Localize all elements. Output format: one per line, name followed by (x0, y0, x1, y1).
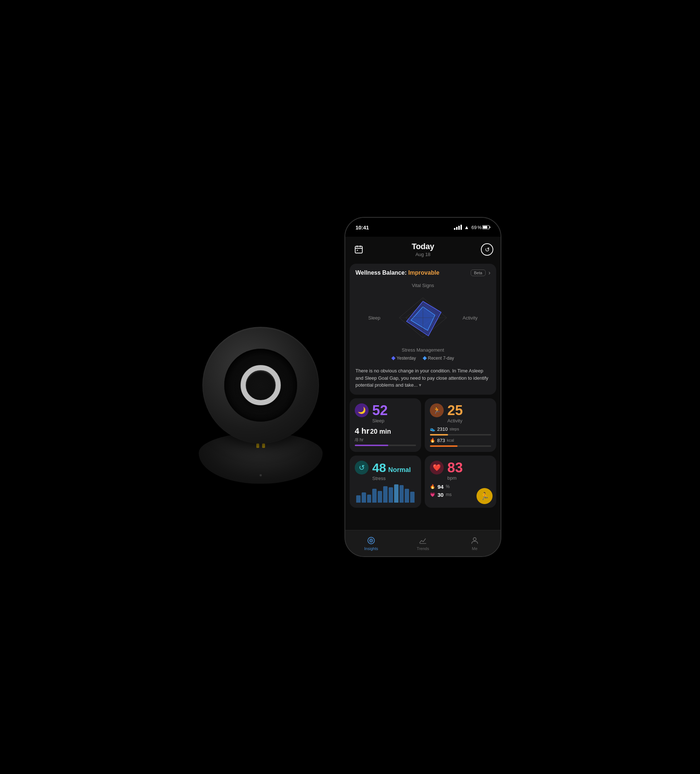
bar-3 (367, 495, 371, 503)
activity-card[interactable]: 🏃 25 Activity 👟 2310 steps (425, 398, 496, 452)
sleep-score: 52 (372, 404, 388, 417)
trends-icon (419, 536, 427, 545)
wellness-expand-icon[interactable]: ▾ (419, 382, 421, 388)
refresh-icon: ↺ (481, 243, 493, 256)
sleep-card[interactable]: 🌙 52 Sleep 4 hr 20 min /8 hr (350, 398, 421, 452)
bar-1 (356, 495, 361, 503)
smart-ring (241, 365, 281, 405)
page-title: Today (412, 242, 434, 251)
insights-icon (367, 536, 375, 545)
legend-7day: Recent 7-day (423, 356, 454, 361)
wifi-icon: ▲ (464, 224, 469, 230)
tab-trends[interactable]: Trends (397, 536, 449, 551)
tab-me[interactable]: Me (449, 536, 500, 551)
stress-card-top: ↺ 48 Normal Stress (355, 461, 416, 481)
kcal-row: 🔥 873 kcal (430, 438, 491, 443)
pin-1 (256, 443, 259, 448)
hrv-unit: ms (446, 492, 452, 497)
steps-icon: 👟 (430, 427, 435, 432)
radar-chart: Vital Signs Sleep (355, 280, 490, 364)
bar-5 (378, 491, 382, 503)
bar-4 (372, 489, 376, 503)
radar-legend: Yesterday Recent 7-day (392, 356, 454, 361)
legend-7day-label: Recent 7-day (428, 356, 454, 361)
steps-progress-fill (430, 434, 448, 435)
sleep-label: Sleep (372, 418, 388, 423)
wellness-description[interactable]: There is no obvious change in your condi… (355, 367, 490, 389)
heart-icon: ❤️ (430, 461, 444, 475)
battery-shape (482, 225, 490, 230)
tab-bar: Insights Trends Me (345, 530, 500, 556)
stress-number: 48 (372, 461, 386, 475)
charger-pins (256, 443, 265, 448)
sleep-goal: /8 hr (355, 437, 416, 442)
sleep-card-top: 🌙 52 Sleep (355, 404, 416, 423)
legend-yesterday-icon (391, 356, 395, 360)
tab-trends-label: Trends (417, 546, 429, 551)
status-time: 10:41 (355, 224, 369, 230)
stress-label: Stress (372, 476, 386, 481)
pin-2 (262, 443, 265, 448)
spo2-icon: 🔥 (430, 484, 435, 489)
sleep-hours: 4 hr (355, 427, 369, 436)
svg-rect-7 (357, 250, 358, 251)
radar-label-sleep: Sleep (368, 315, 380, 321)
beta-badge: Beta (471, 270, 485, 276)
legend-7day-icon (423, 356, 427, 360)
legend-yesterday-label: Yesterday (397, 356, 416, 361)
bar-10 (404, 489, 409, 503)
app-header: Today Aug 18 ↺ (345, 237, 500, 261)
heart-rate-card-top: ❤️ 83 bpm (430, 461, 491, 481)
charger-dot (259, 474, 262, 476)
bar-2 (362, 493, 366, 503)
refresh-button[interactable]: ↺ (481, 243, 493, 256)
spo2-unit: % (446, 484, 450, 489)
hr-score-area: 83 bpm (447, 461, 463, 481)
sleep-score-area: 52 Sleep (372, 404, 388, 423)
svg-rect-2 (483, 226, 487, 229)
activity-fab-button[interactable]: 🏃 (477, 488, 492, 504)
scene: 10:41 ▲ 69 % (199, 217, 501, 557)
bar-8 (394, 485, 398, 503)
kcal-value: 873 (437, 438, 445, 443)
bar-7 (389, 487, 393, 503)
tab-insights[interactable]: Insights (345, 536, 397, 551)
header-date: Aug 18 (415, 252, 430, 257)
wellness-badge-area: Beta › (471, 270, 490, 276)
activity-label: Activity (447, 418, 463, 423)
calendar-button[interactable] (353, 243, 365, 256)
svg-point-17 (371, 540, 372, 541)
kcal-icon: 🔥 (430, 438, 435, 443)
hr-unit: bpm (447, 475, 463, 481)
stress-score-area: 48 Normal Stress (372, 461, 411, 481)
tab-me-label: Me (472, 546, 477, 551)
legend-yesterday: Yesterday (392, 356, 416, 361)
phone: 10:41 ▲ 69 % (345, 217, 501, 557)
chevron-right-icon[interactable]: › (489, 270, 490, 276)
heart-rate-card[interactable]: ❤️ 83 bpm 🔥 94 % 💗 (425, 456, 496, 508)
steps-value: 2310 (437, 427, 448, 432)
header-date-title: Today Aug 18 (412, 242, 434, 257)
hrv-icon: 💗 (430, 492, 435, 497)
radar-label-stress: Stress Management (402, 347, 444, 353)
spo2-value: 94 (438, 484, 444, 490)
stress-value-row: 48 Normal (372, 461, 411, 475)
activity-score-area: 25 Activity (447, 404, 463, 423)
battery-icon: 69 % (471, 225, 490, 230)
stress-card[interactable]: ↺ 48 Normal Stress (350, 456, 421, 508)
wellness-card[interactable]: Wellness Balance: Improvable Beta › Vita… (350, 264, 496, 395)
me-icon (471, 536, 479, 545)
sleep-progress (355, 445, 416, 446)
device-container (199, 327, 323, 484)
metrics-grid: 🌙 52 Sleep 4 hr 20 min /8 hr (350, 398, 496, 508)
stress-icon: ↺ (355, 461, 368, 475)
wellness-label: Wellness Balance: (355, 270, 406, 276)
radar-svg (396, 294, 450, 341)
wellness-header: Wellness Balance: Improvable Beta › (355, 270, 490, 276)
app-screen[interactable]: Today Aug 18 ↺ Wellness Balance: Improva… (345, 237, 500, 530)
charger-lid-inner (224, 349, 297, 422)
kcal-progress-fill (430, 445, 457, 447)
hrv-value: 30 (438, 492, 444, 498)
svg-rect-1 (490, 227, 490, 228)
status-right-icons: ▲ 69 % (454, 224, 490, 230)
